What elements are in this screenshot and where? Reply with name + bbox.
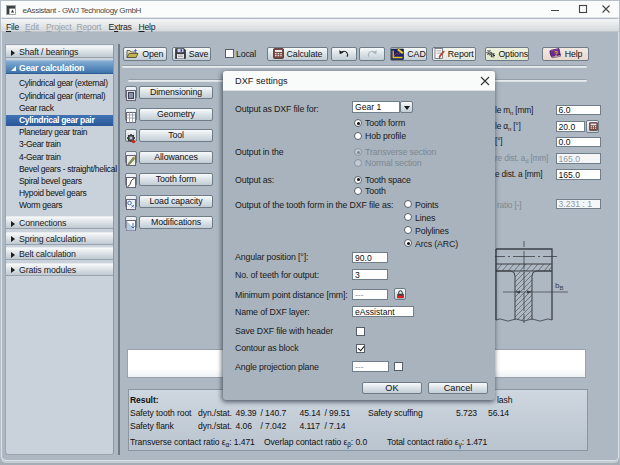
svg-text:bB: bB [555, 281, 563, 291]
svg-text:?: ? [554, 50, 558, 57]
